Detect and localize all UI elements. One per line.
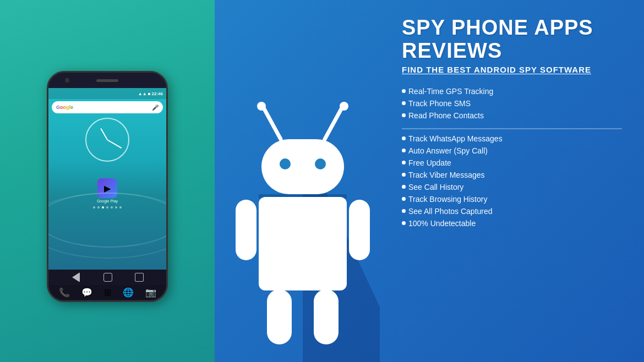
- bullet-icon: [402, 101, 406, 105]
- feature-spy-call: Auto Answer (Spy Call): [402, 145, 622, 157]
- phone-speaker: [96, 79, 118, 82]
- feature-photos-label: See All Photos Captured: [408, 207, 493, 216]
- mic-icon: 🎤: [152, 105, 159, 111]
- decorative-wave-2: [48, 193, 166, 259]
- phone-top-bar: [48, 73, 166, 88]
- phone-mockup: ▲▲ ■ 22:46 Google 🎤: [47, 71, 168, 302]
- svg-rect-11: [349, 200, 370, 260]
- svg-line-3: [325, 109, 341, 139]
- phone-screen: ▲▲ ■ 22:46 Google 🎤: [48, 88, 166, 270]
- battery-icon: ■: [148, 91, 151, 96]
- svg-rect-5: [261, 139, 344, 194]
- svg-line-1: [264, 109, 281, 139]
- feature-contacts: Read Phone Contacts: [402, 109, 622, 122]
- svg-point-2: [257, 102, 266, 111]
- apps-icon[interactable]: ⊞: [104, 287, 111, 298]
- feature-viber: Track Viber Messages: [402, 169, 622, 181]
- feature-contacts-label: Read Phone Contacts: [408, 111, 484, 120]
- feature-photos: See All Photos Captured: [402, 205, 622, 217]
- svg-rect-12: [267, 289, 292, 344]
- chrome-icon[interactable]: 🌐: [123, 287, 134, 298]
- bullet-icon: [402, 209, 406, 213]
- svg-rect-10: [236, 200, 256, 260]
- feature-whatsapp-label: Track WhatsApp Messages: [408, 134, 503, 143]
- phone-nav-bar: [48, 270, 166, 285]
- bullet-icon: [402, 185, 406, 189]
- messages-app-icon[interactable]: 💬: [81, 287, 92, 298]
- svg-point-6: [280, 158, 291, 169]
- features-top-section: Real-Time GPS Tracking Track Phone SMS R…: [402, 85, 622, 122]
- feature-spy-call-label: Auto Answer (Spy Call): [408, 146, 488, 155]
- right-panel: SPY PHONE APPS REVIEWS FIND THE BEST AND…: [391, 0, 644, 362]
- feature-call-history-label: See Call History: [408, 183, 463, 191]
- svg-point-4: [340, 102, 348, 111]
- clock-hour-hand: [100, 128, 108, 140]
- phone-app-icon[interactable]: 📞: [59, 287, 70, 298]
- bullet-icon: [402, 113, 406, 117]
- bullet-icon: [402, 161, 406, 164]
- clock-minute-hand: [107, 139, 122, 148]
- svg-rect-9: [259, 197, 347, 290]
- home-nav-button[interactable]: [103, 273, 112, 282]
- clock-widget: [85, 118, 129, 162]
- page-title: SPY PHONE APPS REVIEWS: [402, 17, 622, 63]
- phone-status-bar: ▲▲ ■ 22:46: [48, 88, 166, 99]
- feature-undetectable-label: 100% Undetectable: [408, 219, 476, 228]
- features-divider: [402, 128, 622, 129]
- page-container: ▲▲ ■ 22:46 Google 🎤: [0, 0, 644, 362]
- feature-browsing-label: Track Browsing History: [408, 195, 487, 204]
- recents-button[interactable]: [135, 273, 144, 282]
- bullet-icon: [402, 89, 406, 93]
- camera-icon[interactable]: 📷: [145, 287, 156, 298]
- svg-rect-13: [314, 289, 339, 344]
- feature-sms: Track Phone SMS: [402, 97, 622, 109]
- phone-bottom-housing: [48, 300, 166, 302]
- left-panel: ▲▲ ■ 22:46 Google 🎤: [0, 0, 215, 362]
- page-subtitle: FIND THE BEST ANDROID SPY SOFTWARE: [402, 65, 622, 74]
- phone-time: 22:46: [152, 91, 163, 96]
- bullet-icon: [402, 221, 406, 225]
- google-label: Google: [56, 105, 73, 110]
- bottom-dock: 📞 💬 ⊞ 🌐 📷: [48, 285, 166, 300]
- feature-sms-label: Track Phone SMS: [408, 99, 471, 108]
- bullet-icon: [402, 173, 406, 177]
- feature-gps: Real-Time GPS Tracking: [402, 85, 622, 97]
- middle-panel: [215, 0, 391, 362]
- phone-camera: [65, 78, 69, 83]
- feature-browsing: Track Browsing History: [402, 193, 622, 205]
- bullet-icon: [402, 149, 406, 152]
- feature-gps-label: Real-Time GPS Tracking: [408, 87, 493, 96]
- google-search-bar[interactable]: Google 🎤: [52, 101, 163, 113]
- feature-viber-label: Track Viber Messages: [408, 171, 485, 179]
- android-robot-svg: [226, 76, 380, 362]
- svg-point-7: [315, 158, 326, 169]
- feature-undetectable: 100% Undetectable: [402, 217, 622, 229]
- feature-free-update: Free Update: [402, 157, 622, 169]
- signal-icon: ▲▲: [138, 91, 147, 96]
- back-button[interactable]: [72, 272, 80, 282]
- bullet-icon: [402, 136, 406, 140]
- feature-free-update-label: Free Update: [408, 158, 451, 167]
- bullet-icon: [402, 197, 406, 201]
- feature-whatsapp: Track WhatsApp Messages: [402, 133, 622, 145]
- feature-call-history: See Call History: [402, 181, 622, 193]
- google-play-icon: ▶: [104, 183, 111, 194]
